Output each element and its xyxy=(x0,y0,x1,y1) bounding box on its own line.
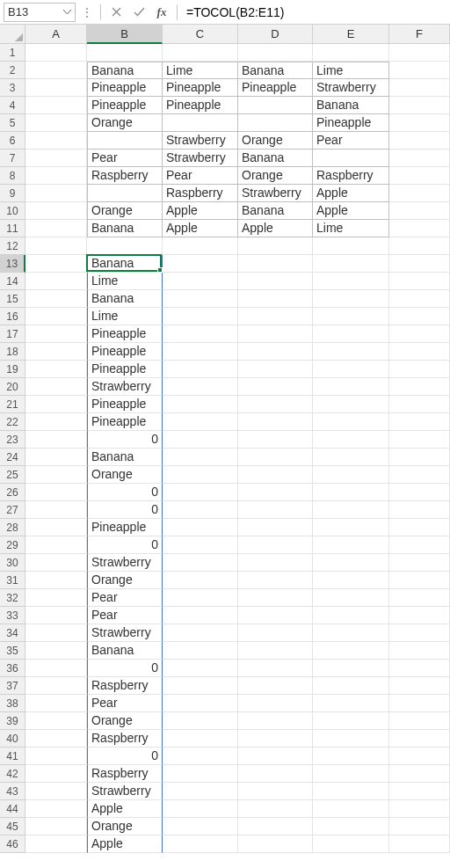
cell[interactable]: Banana xyxy=(238,62,313,79)
cell[interactable] xyxy=(313,765,389,783)
cell[interactable] xyxy=(313,273,389,290)
row-header[interactable]: 30 xyxy=(0,554,25,572)
cell[interactable]: Pineapple xyxy=(87,413,163,431)
cell[interactable]: Pineapple xyxy=(163,97,238,114)
row-header[interactable]: 37 xyxy=(0,677,25,695)
cell[interactable]: Apple xyxy=(87,800,163,818)
cell[interactable] xyxy=(313,449,389,466)
cell[interactable] xyxy=(163,748,238,765)
cell[interactable] xyxy=(25,431,87,449)
row-header[interactable]: 34 xyxy=(0,624,25,642)
cell[interactable] xyxy=(389,572,450,589)
row-header[interactable]: 12 xyxy=(0,237,25,255)
cell[interactable]: Orange xyxy=(87,712,163,730)
cell[interactable] xyxy=(313,44,389,62)
cell[interactable]: Pineapple xyxy=(87,79,163,97)
cell[interactable] xyxy=(25,624,87,642)
cell[interactable]: Apple xyxy=(87,835,163,853)
row-header[interactable]: 20 xyxy=(0,378,25,396)
cell[interactable]: Pineapple xyxy=(87,519,163,536)
cell[interactable] xyxy=(25,677,87,695)
cell[interactable] xyxy=(238,484,313,501)
cell[interactable]: Pineapple xyxy=(87,361,163,378)
cell[interactable] xyxy=(163,677,238,695)
cell[interactable] xyxy=(389,396,450,413)
cell[interactable] xyxy=(389,554,450,572)
cell[interactable]: Pineapple xyxy=(163,79,238,97)
cell[interactable]: Pear xyxy=(87,607,163,624)
cell[interactable]: Lime xyxy=(87,308,163,325)
col-header[interactable]: D xyxy=(238,25,313,44)
cell[interactable] xyxy=(238,255,313,273)
cell[interactable] xyxy=(25,308,87,325)
row-header[interactable]: 2 xyxy=(0,62,25,79)
row-header[interactable]: 41 xyxy=(0,748,25,765)
cell[interactable] xyxy=(389,642,450,660)
cell[interactable]: Orange xyxy=(87,572,163,589)
cell[interactable] xyxy=(25,237,87,255)
cell[interactable] xyxy=(313,554,389,572)
cell[interactable]: Pear xyxy=(313,132,389,150)
cell[interactable]: Strawberry xyxy=(87,378,163,396)
cell[interactable] xyxy=(389,150,450,167)
cell[interactable]: Pear xyxy=(163,167,238,185)
cell[interactable] xyxy=(25,79,87,97)
cell[interactable]: Banana xyxy=(87,62,163,79)
cell[interactable] xyxy=(389,449,450,466)
cell[interactable] xyxy=(313,431,389,449)
cell[interactable] xyxy=(313,396,389,413)
col-header[interactable]: B xyxy=(87,25,163,44)
cell[interactable]: Apple xyxy=(313,185,389,202)
col-header[interactable]: A xyxy=(25,25,87,44)
cell[interactable] xyxy=(238,783,313,800)
cell[interactable] xyxy=(313,748,389,765)
cell[interactable] xyxy=(163,660,238,677)
row-header[interactable]: 32 xyxy=(0,589,25,607)
row-header[interactable]: 21 xyxy=(0,396,25,413)
cell[interactable] xyxy=(163,589,238,607)
cell[interactable] xyxy=(163,730,238,748)
cell[interactable] xyxy=(238,343,313,361)
row-header[interactable]: 19 xyxy=(0,361,25,378)
cell[interactable] xyxy=(313,519,389,536)
row-header[interactable]: 1 xyxy=(0,44,25,62)
cell[interactable]: Strawberry xyxy=(313,79,389,97)
cell[interactable]: Apple xyxy=(313,202,389,220)
cell[interactable] xyxy=(313,818,389,835)
cell[interactable] xyxy=(163,783,238,800)
cell[interactable] xyxy=(25,114,87,132)
row-header[interactable]: 26 xyxy=(0,484,25,501)
cell[interactable] xyxy=(389,44,450,62)
col-header[interactable]: C xyxy=(163,25,238,44)
row-header[interactable]: 40 xyxy=(0,730,25,748)
cell[interactable] xyxy=(238,97,313,114)
cell[interactable]: Pineapple xyxy=(313,114,389,132)
insert-function-button[interactable]: fx xyxy=(152,3,171,22)
cell[interactable] xyxy=(238,835,313,853)
cell[interactable] xyxy=(238,466,313,484)
row-header[interactable]: 9 xyxy=(0,185,25,202)
cell[interactable] xyxy=(313,800,389,818)
cell[interactable] xyxy=(313,343,389,361)
cell[interactable] xyxy=(163,642,238,660)
cell[interactable] xyxy=(389,343,450,361)
cell[interactable] xyxy=(238,818,313,835)
cell[interactable] xyxy=(163,800,238,818)
cell[interactable] xyxy=(25,730,87,748)
cell[interactable] xyxy=(313,730,389,748)
cell[interactable] xyxy=(25,378,87,396)
cell[interactable] xyxy=(389,202,450,220)
row-header[interactable]: 44 xyxy=(0,800,25,818)
row-header[interactable]: 14 xyxy=(0,273,25,290)
cell[interactable] xyxy=(389,132,450,150)
cell[interactable] xyxy=(87,44,163,62)
cell[interactable] xyxy=(25,150,87,167)
cell[interactable]: Apple xyxy=(163,220,238,237)
cell[interactable] xyxy=(25,361,87,378)
cell[interactable] xyxy=(25,660,87,677)
cell[interactable]: Raspberry xyxy=(87,730,163,748)
cell[interactable]: 0 xyxy=(87,660,163,677)
cell[interactable] xyxy=(25,765,87,783)
cell[interactable]: Pineapple xyxy=(87,396,163,413)
cell[interactable] xyxy=(238,114,313,132)
